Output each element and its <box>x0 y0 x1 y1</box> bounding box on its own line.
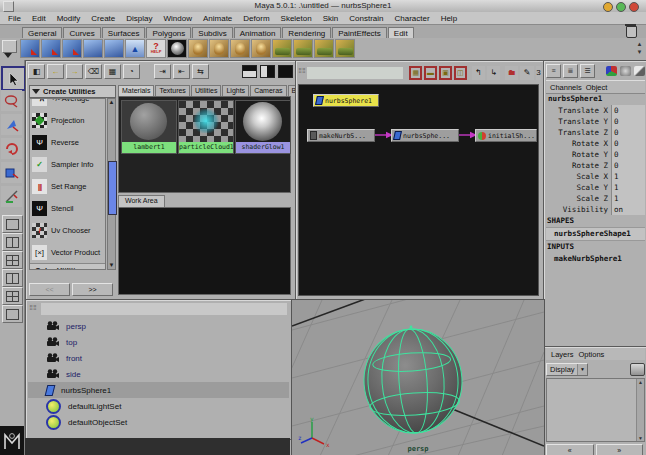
tab-utilities[interactable]: Utilities <box>191 85 222 96</box>
menu-help[interactable]: Help <box>441 14 457 23</box>
swatch-mode-icon[interactable]: ◧ <box>28 64 45 79</box>
shelf-character-icon-1[interactable] <box>188 39 208 58</box>
show-manipulator-tool-icon[interactable] <box>1 186 22 207</box>
layout-two-pane-button[interactable] <box>2 233 23 251</box>
pane-top-only-icon[interactable] <box>242 65 257 78</box>
node-initialshadinggroup[interactable]: initialSh... <box>475 129 537 142</box>
anim-curve-icon[interactable] <box>620 66 631 76</box>
create-utilities-header[interactable]: Create Utilities <box>29 85 116 98</box>
channel-layout-single-icon[interactable]: ≡ <box>546 64 561 78</box>
shelf-tab-general[interactable]: General <box>22 27 62 38</box>
rotate-tool-icon[interactable] <box>1 138 22 159</box>
maximize-button[interactable] <box>616 2 626 12</box>
input-node-name[interactable]: makeNurbSphere1 <box>546 253 645 265</box>
shape-name[interactable]: nurbsSphereShape1 <box>546 227 645 241</box>
menu-deform[interactable]: Deform <box>243 14 269 23</box>
shelf-tool-icon-3[interactable] <box>62 39 82 58</box>
shelf-menu-arrow-icon[interactable] <box>4 53 12 58</box>
outliner-item-defaultlightset[interactable]: defaultLightSet <box>28 398 289 414</box>
menu-animate[interactable]: Animate <box>203 14 232 23</box>
scrollbar-thumb[interactable] <box>108 161 117 215</box>
menu-layers[interactable]: Layers <box>551 350 574 359</box>
menu-create[interactable]: Create <box>91 14 115 23</box>
material-swatch-lambert1[interactable]: lambert1 <box>121 100 177 154</box>
node-nurbssphereshape[interactable]: nurbsSphe... <box>391 129 459 142</box>
outliner-item-persp[interactable]: persp <box>28 318 289 334</box>
tab-materials[interactable]: Materials <box>118 85 154 96</box>
graph-up-downstream-icon[interactable]: ▣ <box>439 66 452 80</box>
trash-icon[interactable] <box>626 26 637 38</box>
traverse-down-icon[interactable]: ↳ <box>487 66 500 80</box>
shelf-character-icon-3[interactable] <box>230 39 250 58</box>
material-swatch-particlecloud1[interactable]: particleCloud1 <box>178 100 234 154</box>
create-bar-scrollbar[interactable]: ▲ ▼ <box>107 98 116 270</box>
shelf-menu-button[interactable] <box>2 40 17 53</box>
move-tool-icon[interactable] <box>1 114 22 135</box>
list-item-projection[interactable]: Projection <box>30 109 105 131</box>
shelf-painteffects-icon-1[interactable] <box>272 39 292 58</box>
shelf-tab-subdivs[interactable]: Subdivs <box>192 27 232 38</box>
collapse-layers-button[interactable]: « <box>546 444 594 455</box>
toolbar-grip-icon[interactable]: ⣿⣿ <box>29 304 38 315</box>
shelf-tool-icon-5[interactable] <box>104 39 124 58</box>
toolbar-overflow-icon[interactable]: 3 <box>536 66 541 80</box>
outliner-item-nurbssphere1-selected[interactable]: nurbsSphere1 <box>28 382 289 398</box>
pane-bottom-only-icon[interactable] <box>260 65 275 78</box>
back-arrow-icon[interactable]: ← <box>47 64 64 79</box>
rearrange-graph-icon[interactable]: ▦ <box>104 64 121 79</box>
shelf-tool-icon-1[interactable] <box>20 39 40 58</box>
list-item-average[interactable]: −∧+/- Average <box>30 98 105 109</box>
shelf-character-icon-2[interactable] <box>209 39 229 58</box>
list-item-reverse[interactable]: ΨReverse <box>30 131 105 153</box>
speed-ramp-icon[interactable] <box>634 66 645 76</box>
select-tool-icon[interactable] <box>1 66 26 91</box>
expand-create-bar-button[interactable]: >> <box>72 283 113 296</box>
tab-work-area[interactable]: Work Area <box>118 195 165 207</box>
minimize-button[interactable] <box>603 2 613 12</box>
materials-swatch-area[interactable]: lambert1 particleCloud1 shaderGlow1 <box>118 96 291 193</box>
scroll-up-icon[interactable]: ▲ <box>108 99 115 106</box>
scroll-down-icon[interactable]: ▼ <box>108 262 115 269</box>
traverse-up-icon[interactable]: ↰ <box>472 66 485 80</box>
scene-hierarchy-icon[interactable]: ▦ <box>409 66 422 80</box>
shelf-tab-surfaces[interactable]: Surfaces <box>102 27 146 38</box>
perspective-viewport[interactable]: y x z persp <box>291 299 545 455</box>
lasso-tool-icon[interactable] <box>1 90 22 111</box>
menu-channels[interactable]: Channels <box>550 83 582 92</box>
list-item-stencil[interactable]: ΨStencil <box>30 197 105 219</box>
pane-split-icon[interactable] <box>278 65 293 78</box>
shelf-tool-icon-6[interactable] <box>125 39 145 58</box>
hypergraph-canvas[interactable]: nurbsSphere1 makeNurbS... nurbsSphe... i… <box>298 84 539 296</box>
scale-tool-icon[interactable] <box>1 162 22 183</box>
list-item-vector-product[interactable]: [×]Vector Product <box>30 241 105 263</box>
layout-hypershade-persp-button[interactable] <box>2 287 23 305</box>
menu-constrain[interactable]: Constrain <box>349 14 383 23</box>
menu-edit[interactable]: Edit <box>32 14 46 23</box>
menu-window[interactable]: Window <box>164 14 192 23</box>
list-item-set-range[interactable]: |||Set Range <box>30 175 105 197</box>
tab-textures[interactable]: Textures <box>155 85 189 96</box>
render-swatch-icon[interactable]: ◔ <box>123 64 140 79</box>
show-both-tabs-icon[interactable]: ⇆ <box>192 64 209 79</box>
tab-lights[interactable]: Lights <box>222 85 249 96</box>
shelf-tab-rendering[interactable]: Rendering <box>282 27 331 38</box>
layers-scrollbar[interactable]: ▲▼ <box>636 379 644 441</box>
node-makenurbsphere[interactable]: makeNurbS... <box>307 129 375 142</box>
menu-skeleton[interactable]: Skeleton <box>281 14 312 23</box>
clear-graph-icon[interactable]: ⌫ <box>85 64 102 79</box>
toolbar-grip-icon[interactable]: ⣿⣿ <box>298 67 305 79</box>
shelf-help-icon[interactable]: ?HELP <box>146 39 166 58</box>
menu-character[interactable]: Character <box>395 14 430 23</box>
add-bookmark-icon[interactable]: 🖿 <box>505 66 518 80</box>
layout-saved-button[interactable] <box>2 305 23 323</box>
set-key-icon[interactable] <box>606 66 617 76</box>
channel-object-name[interactable]: nurbsSphere1 <box>546 93 645 105</box>
channel-layout-wide-icon[interactable]: ☰ <box>580 64 595 78</box>
layout-outliner-persp-button[interactable] <box>2 269 23 287</box>
menu-object[interactable]: Object <box>586 83 608 92</box>
outliner-item-front[interactable]: front <box>28 350 289 366</box>
shelf-tool-icon-4[interactable] <box>83 39 103 58</box>
menu-file[interactable]: File <box>8 14 21 23</box>
menu-options[interactable]: Options <box>579 350 605 359</box>
tab-cameras[interactable]: Cameras <box>250 85 286 96</box>
